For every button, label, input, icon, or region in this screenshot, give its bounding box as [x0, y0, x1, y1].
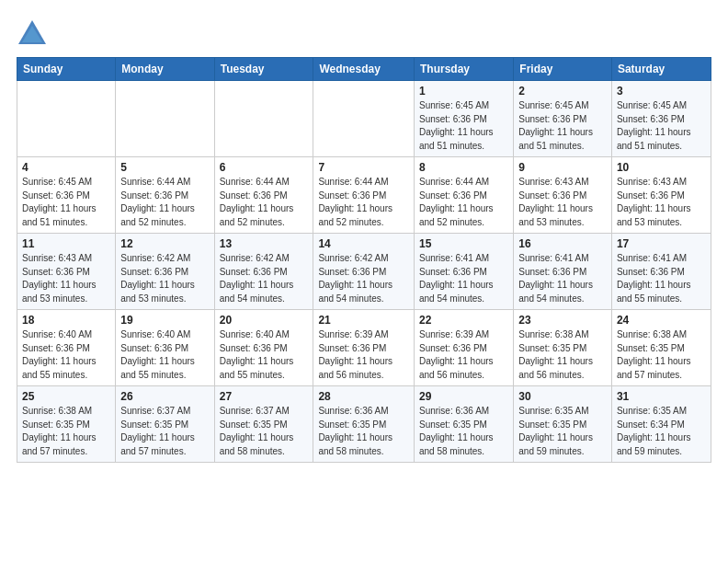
calendar-cell: 13Sunrise: 6:42 AM Sunset: 6:36 PM Dayli…	[214, 234, 313, 310]
day-info: Sunrise: 6:35 AM Sunset: 6:34 PM Dayligh…	[617, 405, 706, 458]
calendar-cell: 15Sunrise: 6:41 AM Sunset: 6:36 PM Dayli…	[414, 234, 513, 310]
calendar-cell: 24Sunrise: 6:38 AM Sunset: 6:35 PM Dayli…	[611, 310, 711, 386]
day-info: Sunrise: 6:44 AM Sunset: 6:36 PM Dayligh…	[419, 176, 508, 229]
calendar-cell: 11Sunrise: 6:43 AM Sunset: 6:36 PM Dayli…	[17, 234, 116, 310]
day-info: Sunrise: 6:45 AM Sunset: 6:36 PM Dayligh…	[22, 176, 110, 229]
calendar-cell: 26Sunrise: 6:37 AM Sunset: 6:35 PM Dayli…	[116, 386, 214, 463]
day-number: 10	[617, 161, 706, 174]
day-number: 22	[419, 314, 508, 327]
calendar-header: SundayMondayTuesdayWednesdayThursdayFrid…	[17, 58, 711, 81]
day-info: Sunrise: 6:37 AM Sunset: 6:35 PM Dayligh…	[220, 405, 309, 458]
day-info: Sunrise: 6:39 AM Sunset: 6:36 PM Dayligh…	[318, 328, 409, 382]
calendar-cell: 9Sunrise: 6:43 AM Sunset: 6:36 PM Daylig…	[514, 157, 612, 234]
day-number: 21	[318, 314, 409, 327]
day-info: Sunrise: 6:40 AM Sunset: 6:36 PM Dayligh…	[22, 328, 110, 382]
weekday-header-monday: Monday	[116, 58, 214, 81]
day-number: 30	[518, 390, 607, 403]
calendar-week-5: 25Sunrise: 6:38 AM Sunset: 6:35 PM Dayli…	[17, 386, 711, 463]
calendar-cell	[116, 81, 214, 157]
day-number: 27	[220, 390, 309, 403]
calendar-cell: 3Sunrise: 6:45 AM Sunset: 6:36 PM Daylig…	[611, 81, 711, 157]
day-info: Sunrise: 6:41 AM Sunset: 6:36 PM Dayligh…	[617, 252, 706, 305]
day-number: 14	[318, 237, 409, 250]
day-info: Sunrise: 6:42 AM Sunset: 6:36 PM Dayligh…	[120, 252, 209, 305]
day-info: Sunrise: 6:40 AM Sunset: 6:36 PM Dayligh…	[120, 328, 209, 382]
calendar-week-3: 11Sunrise: 6:43 AM Sunset: 6:36 PM Dayli…	[17, 234, 711, 310]
day-number: 4	[22, 161, 110, 174]
weekday-header-saturday: Saturday	[611, 58, 711, 81]
day-info: Sunrise: 6:38 AM Sunset: 6:35 PM Dayligh…	[518, 328, 607, 382]
logo-area	[17, 18, 51, 50]
day-info: Sunrise: 6:42 AM Sunset: 6:36 PM Dayligh…	[220, 252, 309, 305]
calendar-cell: 30Sunrise: 6:35 AM Sunset: 6:35 PM Dayli…	[514, 386, 612, 463]
day-info: Sunrise: 6:39 AM Sunset: 6:36 PM Dayligh…	[419, 328, 508, 382]
calendar-cell: 1Sunrise: 6:45 AM Sunset: 6:36 PM Daylig…	[414, 81, 513, 157]
calendar-cell: 17Sunrise: 6:41 AM Sunset: 6:36 PM Dayli…	[611, 234, 711, 310]
day-number: 28	[318, 390, 409, 403]
day-info: Sunrise: 6:41 AM Sunset: 6:36 PM Dayligh…	[419, 252, 508, 305]
calendar-cell: 16Sunrise: 6:41 AM Sunset: 6:36 PM Dayli…	[514, 234, 612, 310]
calendar-week-2: 4Sunrise: 6:45 AM Sunset: 6:36 PM Daylig…	[17, 157, 711, 234]
day-number: 26	[120, 390, 209, 403]
day-number: 11	[22, 237, 110, 250]
page: SundayMondayTuesdayWednesdayThursdayFrid…	[0, 0, 728, 477]
day-number: 23	[518, 314, 607, 327]
calendar-cell: 6Sunrise: 6:44 AM Sunset: 6:36 PM Daylig…	[214, 157, 313, 234]
calendar-cell: 25Sunrise: 6:38 AM Sunset: 6:35 PM Dayli…	[17, 386, 116, 463]
day-number: 15	[419, 237, 508, 250]
calendar-cell	[313, 81, 415, 157]
calendar-cell: 31Sunrise: 6:35 AM Sunset: 6:34 PM Dayli…	[611, 386, 711, 463]
day-info: Sunrise: 6:43 AM Sunset: 6:36 PM Dayligh…	[518, 176, 607, 229]
day-number: 31	[617, 390, 706, 403]
weekday-header-tuesday: Tuesday	[214, 58, 313, 81]
logo-icon	[17, 18, 48, 50]
day-number: 9	[518, 161, 607, 174]
day-info: Sunrise: 6:36 AM Sunset: 6:35 PM Dayligh…	[419, 405, 508, 458]
day-info: Sunrise: 6:45 AM Sunset: 6:36 PM Dayligh…	[518, 99, 607, 153]
day-number: 6	[220, 161, 309, 174]
day-info: Sunrise: 6:38 AM Sunset: 6:35 PM Dayligh…	[617, 328, 706, 382]
day-info: Sunrise: 6:44 AM Sunset: 6:36 PM Dayligh…	[220, 176, 309, 229]
calendar-cell: 12Sunrise: 6:42 AM Sunset: 6:36 PM Dayli…	[116, 234, 214, 310]
day-number: 20	[220, 314, 309, 327]
day-info: Sunrise: 6:44 AM Sunset: 6:36 PM Dayligh…	[120, 176, 209, 229]
day-number: 24	[617, 314, 706, 327]
day-number: 7	[318, 161, 409, 174]
day-number: 19	[120, 314, 209, 327]
calendar-cell: 20Sunrise: 6:40 AM Sunset: 6:36 PM Dayli…	[214, 310, 313, 386]
day-number: 2	[518, 85, 607, 98]
day-info: Sunrise: 6:44 AM Sunset: 6:36 PM Dayligh…	[318, 176, 409, 229]
day-number: 8	[419, 161, 508, 174]
calendar-cell	[214, 81, 313, 157]
calendar-cell: 14Sunrise: 6:42 AM Sunset: 6:36 PM Dayli…	[313, 234, 415, 310]
day-number: 29	[419, 390, 508, 403]
weekday-header-friday: Friday	[514, 58, 612, 81]
calendar-cell: 7Sunrise: 6:44 AM Sunset: 6:36 PM Daylig…	[313, 157, 415, 234]
day-info: Sunrise: 6:43 AM Sunset: 6:36 PM Dayligh…	[22, 252, 110, 305]
weekday-header-wednesday: Wednesday	[313, 58, 415, 81]
day-info: Sunrise: 6:37 AM Sunset: 6:35 PM Dayligh…	[120, 405, 209, 458]
calendar-cell: 27Sunrise: 6:37 AM Sunset: 6:35 PM Dayli…	[214, 386, 313, 463]
day-info: Sunrise: 6:40 AM Sunset: 6:36 PM Dayligh…	[220, 328, 309, 382]
weekday-header-sunday: Sunday	[17, 58, 116, 81]
calendar-week-4: 18Sunrise: 6:40 AM Sunset: 6:36 PM Dayli…	[17, 310, 711, 386]
calendar-body: 1Sunrise: 6:45 AM Sunset: 6:36 PM Daylig…	[17, 81, 711, 463]
day-number: 3	[617, 85, 706, 98]
day-number: 12	[120, 237, 209, 250]
calendar-cell	[17, 81, 116, 157]
calendar-cell: 19Sunrise: 6:40 AM Sunset: 6:36 PM Dayli…	[116, 310, 214, 386]
calendar-week-1: 1Sunrise: 6:45 AM Sunset: 6:36 PM Daylig…	[17, 81, 711, 157]
day-number: 16	[518, 237, 607, 250]
day-number: 1	[419, 85, 508, 98]
calendar-cell: 10Sunrise: 6:43 AM Sunset: 6:36 PM Dayli…	[611, 157, 711, 234]
day-number: 17	[617, 237, 706, 250]
day-number: 25	[22, 390, 110, 403]
calendar-cell: 21Sunrise: 6:39 AM Sunset: 6:36 PM Dayli…	[313, 310, 415, 386]
calendar-cell: 18Sunrise: 6:40 AM Sunset: 6:36 PM Dayli…	[17, 310, 116, 386]
day-info: Sunrise: 6:36 AM Sunset: 6:35 PM Dayligh…	[318, 405, 409, 458]
calendar-cell: 4Sunrise: 6:45 AM Sunset: 6:36 PM Daylig…	[17, 157, 116, 234]
calendar-cell: 2Sunrise: 6:45 AM Sunset: 6:36 PM Daylig…	[514, 81, 612, 157]
calendar-cell: 5Sunrise: 6:44 AM Sunset: 6:36 PM Daylig…	[116, 157, 214, 234]
day-number: 13	[220, 237, 309, 250]
day-info: Sunrise: 6:45 AM Sunset: 6:36 PM Dayligh…	[419, 99, 508, 153]
